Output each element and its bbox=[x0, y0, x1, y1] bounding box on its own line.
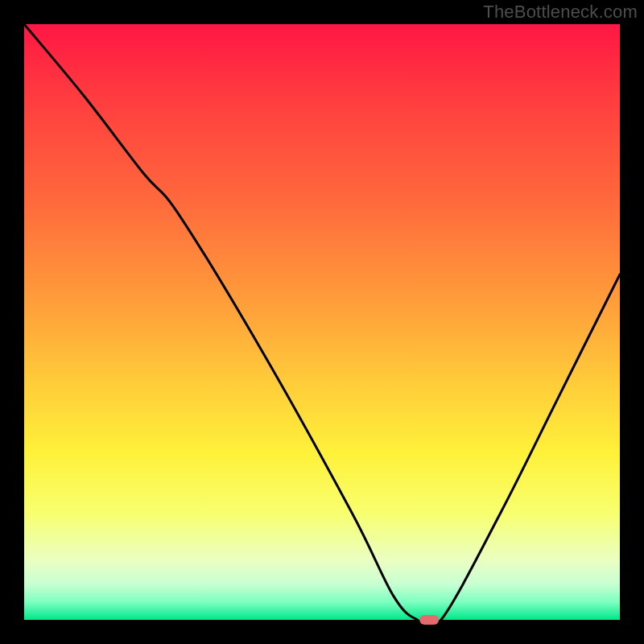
bottleneck-chart bbox=[0, 0, 644, 644]
gradient-background bbox=[24, 24, 620, 620]
optimal-point-marker bbox=[419, 615, 439, 625]
chart-frame: TheBottleneck.com bbox=[0, 0, 644, 644]
watermark-text: TheBottleneck.com bbox=[483, 2, 638, 23]
